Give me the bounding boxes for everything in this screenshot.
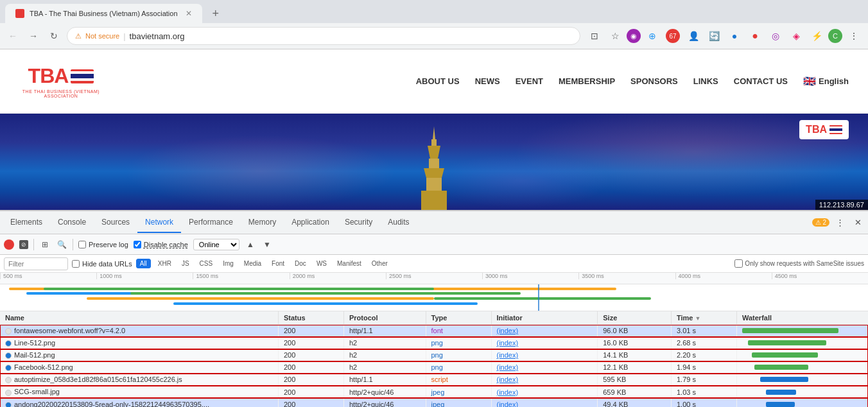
nav-links[interactable]: LINKS xyxy=(693,76,718,86)
tab-elements[interactable]: Elements xyxy=(3,212,50,233)
tab-performance[interactable]: Performance xyxy=(181,212,241,233)
menu-icon[interactable]: ⋮ xyxy=(845,27,863,45)
cell-status: 200 xyxy=(279,374,344,386)
table-row[interactable]: fontawesome-webfont.woff?v=4.2.0200http/… xyxy=(0,325,868,337)
devtools-close-icon[interactable]: ✕ xyxy=(850,215,865,230)
filter-font-btn[interactable]: Font xyxy=(268,259,288,268)
filter-doc-btn[interactable]: Doc xyxy=(291,259,309,268)
hide-data-urls-label[interactable]: Hide data URLs xyxy=(72,260,132,268)
filter-other-btn[interactable]: Other xyxy=(369,259,391,268)
filter-icon[interactable]: ⊞ xyxy=(39,239,51,250)
cell-status: 200 xyxy=(279,349,344,361)
tab-audits[interactable]: Audits xyxy=(380,212,417,233)
tab-memory[interactable]: Memory xyxy=(241,212,284,233)
nav-contact[interactable]: CONTACT US xyxy=(734,76,788,86)
preserve-log-checkbox[interactable] xyxy=(78,241,86,248)
table-row[interactable]: Mail-512.png200h2png(index)14.1 KB2.20 s xyxy=(0,349,868,361)
tab-security[interactable]: Security xyxy=(337,212,380,233)
timeline-ruler: 500 ms 1000 ms 1500 ms 2000 ms 2500 ms 3… xyxy=(0,273,868,284)
disable-cache-label[interactable]: Disable cache xyxy=(134,241,188,248)
table-row[interactable]: Facebook-512.png200h2png(index)12.1 KB1.… xyxy=(0,361,868,374)
filter-img-btn[interactable]: Img xyxy=(220,259,237,268)
reload-button[interactable]: ↻ xyxy=(46,28,62,44)
col-header-status[interactable]: Status xyxy=(279,311,344,325)
nav-membership[interactable]: MEMBERSHIP xyxy=(559,76,615,86)
upload-icon[interactable]: ▲ xyxy=(245,239,256,250)
site-nav: ABOUT US NEWS EVENT MEMBERSHIP SPONSORS … xyxy=(416,75,849,87)
cell-size: 14.1 KB xyxy=(598,349,672,361)
record-button[interactable] xyxy=(4,239,14,250)
throttle-select[interactable]: Online Fast 3G Slow 3G Offline xyxy=(193,239,239,250)
table-row[interactable]: Line-512.png200h2png(index)16.0 KB2.68 s xyxy=(0,337,868,349)
devtools-menu-icon[interactable]: ⋮ xyxy=(832,215,847,230)
filter-all-btn[interactable]: All xyxy=(136,259,151,268)
cell-time: 2.68 s xyxy=(672,337,737,349)
col-header-protocol[interactable]: Protocol xyxy=(344,311,426,325)
forward-button[interactable]: → xyxy=(26,28,41,44)
profile-icon[interactable]: C xyxy=(828,29,842,43)
lang-label: English xyxy=(819,76,849,86)
warning-badge[interactable]: ⚠ 2 xyxy=(812,218,829,227)
filter-manifest-btn[interactable]: Manifest xyxy=(334,259,365,268)
tab-application[interactable]: Application xyxy=(284,212,337,233)
filter-input[interactable] xyxy=(4,257,68,270)
security-icon: ⚠ xyxy=(75,32,82,40)
same-site-filter[interactable]: Only show requests with SameSite issues xyxy=(734,259,864,268)
filter-css-btn[interactable]: CSS xyxy=(196,259,216,268)
hide-data-urls-checkbox[interactable] xyxy=(72,260,80,268)
cell-waterfall xyxy=(737,374,868,386)
table-row[interactable]: autoptimize_058d3e1d82f86a015c61fa120455… xyxy=(0,374,868,386)
new-tab-button[interactable]: + xyxy=(207,7,225,21)
back-button[interactable]: ← xyxy=(5,28,21,44)
col-header-size[interactable]: Size xyxy=(598,311,672,325)
col-header-name[interactable]: Name xyxy=(0,311,279,325)
nav-language[interactable]: 🇬🇧 English xyxy=(803,75,849,87)
cast-icon[interactable]: ⊡ xyxy=(586,27,603,45)
tab-close-icon[interactable]: ✕ xyxy=(186,9,192,18)
tick-4500: 4500 ms xyxy=(772,273,868,279)
clear-button[interactable]: ⊘ xyxy=(19,240,28,249)
col-header-waterfall[interactable]: Waterfall xyxy=(737,311,868,325)
ext3-icon[interactable]: 67 xyxy=(664,27,682,45)
tab-console[interactable]: Console xyxy=(50,212,94,233)
flag-blue-stripe xyxy=(71,74,94,78)
download-icon[interactable]: ▼ xyxy=(261,239,273,250)
same-site-checkbox[interactable] xyxy=(734,259,743,268)
cell-waterfall xyxy=(737,349,868,361)
tab-sources[interactable]: Sources xyxy=(94,212,137,233)
ext4-icon[interactable]: 👤 xyxy=(684,27,702,45)
url-bar[interactable]: ⚠ Not secure | tbavietnam.org xyxy=(67,27,580,45)
tick-1500: 1500 ms xyxy=(193,273,289,279)
nav-sponsors[interactable]: SPONSORS xyxy=(630,76,678,86)
disable-cache-checkbox[interactable] xyxy=(134,241,141,248)
table-row[interactable]: andong20200220153809-5read-only-15822124… xyxy=(0,398,868,407)
table-row[interactable]: SCG-small.jpg200http/2+quic/46jpeg(index… xyxy=(0,386,868,398)
ext7-icon[interactable]: ● xyxy=(746,27,764,45)
col-header-initiator[interactable]: Initiator xyxy=(491,311,598,325)
browser-tab[interactable]: TBA - The Thai Business (Vietnam) Associ… xyxy=(5,4,202,23)
nav-news[interactable]: NEWS xyxy=(475,76,500,86)
ext2-icon[interactable]: ⊕ xyxy=(643,27,661,45)
filter-xhr-btn[interactable]: XHR xyxy=(155,259,175,268)
col-header-type[interactable]: Type xyxy=(426,311,491,325)
ext6-icon[interactable]: ● xyxy=(725,27,743,45)
search-icon[interactable]: 🔍 xyxy=(56,239,67,250)
cell-waterfall xyxy=(737,361,868,374)
ext9-icon[interactable]: ◈ xyxy=(787,27,805,45)
ext10-icon[interactable]: ⚡ xyxy=(808,27,826,45)
bookmark-icon[interactable]: ☆ xyxy=(606,27,624,45)
filter-ws-btn[interactable]: WS xyxy=(313,259,330,268)
network-table[interactable]: Name Status Protocol Type Initiator Size… xyxy=(0,311,868,407)
logo-subtitle: THE THAI BUSINESS (VIETNAM) ASSOCIATION xyxy=(19,89,103,98)
nav-about[interactable]: ABOUT US xyxy=(416,76,460,86)
col-header-time[interactable]: Time ▼ xyxy=(672,311,737,325)
ext5-icon[interactable]: 🔄 xyxy=(705,27,723,45)
timeline-bar-7 xyxy=(434,297,651,300)
ext1-icon[interactable]: ◉ xyxy=(627,29,641,43)
filter-js-btn[interactable]: JS xyxy=(178,259,193,268)
preserve-log-label[interactable]: Preserve log xyxy=(78,241,128,248)
filter-media-btn[interactable]: Media xyxy=(241,259,265,268)
tab-network[interactable]: Network xyxy=(137,212,181,233)
ext8-icon[interactable]: ◎ xyxy=(767,27,785,45)
nav-event[interactable]: EVENT xyxy=(516,76,543,86)
